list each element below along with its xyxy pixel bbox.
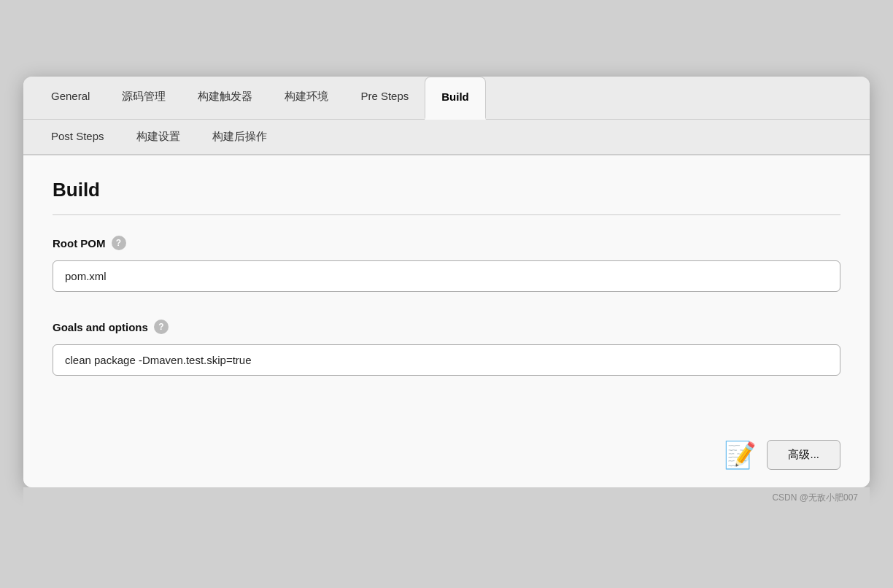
section-divider (53, 214, 840, 215)
goals-input[interactable] (53, 344, 840, 376)
tab-row-2: Post Steps 构建设置 构建后操作 (23, 120, 870, 155)
goals-group: Goals and options ? (53, 320, 840, 398)
watermark: CSDN @无敌小肥007 (23, 487, 870, 511)
root-pom-label-row: Root POM ? (53, 236, 840, 250)
goals-label: Goals and options (53, 321, 148, 333)
root-pom-group: Root POM ? (53, 236, 840, 314)
tab-postbuild[interactable]: 构建后操作 (196, 120, 283, 154)
tab-general[interactable]: General (35, 77, 106, 119)
tab-env[interactable]: 构建环境 (268, 77, 344, 119)
goals-label-row: Goals and options ? (53, 320, 840, 334)
root-pom-label: Root POM (53, 237, 106, 249)
section-title: Build (53, 179, 840, 201)
goals-help-icon[interactable]: ? (154, 320, 169, 334)
tab-poststeps[interactable]: Post Steps (35, 120, 120, 154)
tab-row-1: General 源码管理 构建触发器 构建环境 Pre Steps Build (23, 77, 870, 120)
tab-source[interactable]: 源码管理 (106, 77, 182, 119)
root-pom-help-icon[interactable]: ? (112, 236, 126, 250)
content-area: Build Root POM ? Goals and options ? (23, 155, 870, 427)
bottom-bar: 📝 高级... (23, 427, 870, 487)
advanced-button[interactable]: 高级... (767, 440, 840, 470)
notepad-icon: 📝 (724, 442, 757, 468)
tab-trigger[interactable]: 构建触发器 (182, 77, 268, 119)
root-pom-input[interactable] (53, 260, 840, 292)
main-window: General 源码管理 构建触发器 构建环境 Pre Steps Build … (23, 77, 870, 487)
tab-presteps[interactable]: Pre Steps (344, 77, 425, 119)
tab-build[interactable]: Build (425, 77, 486, 120)
tab-buildsettings[interactable]: 构建设置 (120, 120, 196, 154)
